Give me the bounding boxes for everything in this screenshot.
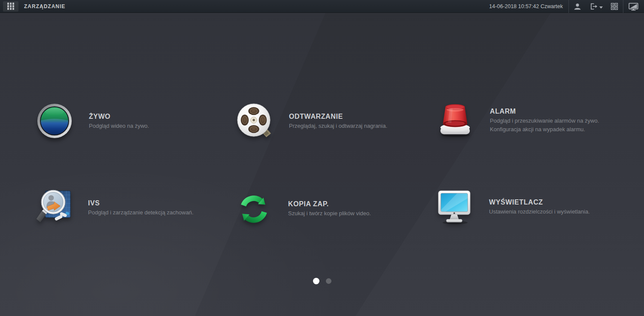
tile-desc: Przeglądaj, szukaj i odtwarzaj nagrania. <box>289 123 387 129</box>
page-dot-1[interactable] <box>313 278 319 284</box>
tile-desc: Ustawienia rozdzielczości i wyświetlania… <box>489 208 590 215</box>
alarm-siren-icon <box>437 101 474 139</box>
display-switch-icon <box>629 2 639 11</box>
tile-playback[interactable]: ODTWARZANIE Przeglądaj, szukaj i odtwarz… <box>236 101 387 141</box>
user-icon <box>574 3 581 10</box>
display-monitor-icon <box>436 188 473 226</box>
page-dot-2[interactable] <box>326 278 331 284</box>
top-bar-right: 14-06-2018 10:57:42 Czwartek <box>489 0 644 12</box>
tile-backup[interactable]: KOPIA ZAP. Szukaj i twórz kopie plików v… <box>235 189 371 228</box>
tile-desc: Podgląd wideo na żywo. <box>89 123 149 129</box>
logout-button[interactable] <box>586 0 606 13</box>
display-switch-button[interactable] <box>623 0 644 13</box>
tile-display[interactable]: WYŚWIETLACZ Ustawienia rozdzielczości i … <box>436 187 590 226</box>
top-bar: ZARZĄDZANIE 14-06-2018 10:57:42 Czwartek <box>0 0 644 13</box>
tile-title: WYŚWIETLACZ <box>489 199 590 206</box>
tile-title: IVS <box>88 199 194 207</box>
page-title: ZARZĄDZANIE <box>24 3 65 9</box>
background-diagonal-band <box>0 0 644 316</box>
tile-desc-line2: Konfiguracja akcji na wypadek alarmu. <box>490 126 599 133</box>
user-button[interactable] <box>569 0 586 13</box>
logout-icon <box>589 3 598 10</box>
tile-alarm[interactable]: ALARM Podgląd i przeszukiwanie alarmów n… <box>437 100 599 140</box>
ivs-magnifier-icon <box>35 189 72 226</box>
tile-ivs[interactable]: IVS Podgląd i zarządzanie detekcją zacho… <box>35 188 194 227</box>
background-glow <box>0 0 644 316</box>
tile-title: KOPIA ZAP. <box>288 200 371 208</box>
qr-button[interactable] <box>606 0 623 13</box>
tile-desc: Podgląd i zarządzanie detekcją zachowań. <box>88 209 194 216</box>
live-view-icon <box>36 102 73 140</box>
tile-desc: Szukaj i twórz kopie plików video. <box>288 210 371 217</box>
management-home-screen: ZARZĄDZANIE 14-06-2018 10:57:42 Czwartek <box>0 0 644 316</box>
apps-grid-icon <box>7 3 15 10</box>
logout-caret-icon <box>599 6 603 9</box>
tile-live-view[interactable]: ŻYWO Podgląd wideo na żywo. <box>36 101 149 141</box>
tile-title: ALARM <box>490 108 599 115</box>
tile-desc: Podgląd i przeszukiwanie alarmów na żywo… <box>490 117 599 124</box>
backup-sync-icon <box>235 190 272 227</box>
qr-code-icon <box>611 3 618 10</box>
tile-title: ODTWARZANIE <box>289 113 387 120</box>
apps-menu-button[interactable] <box>3 1 18 12</box>
tile-title: ŻYWO <box>89 113 149 120</box>
pagination <box>0 277 644 285</box>
playback-reel-icon <box>236 102 273 140</box>
datetime: 14-06-2018 10:57:42 Czwartek <box>489 3 563 9</box>
